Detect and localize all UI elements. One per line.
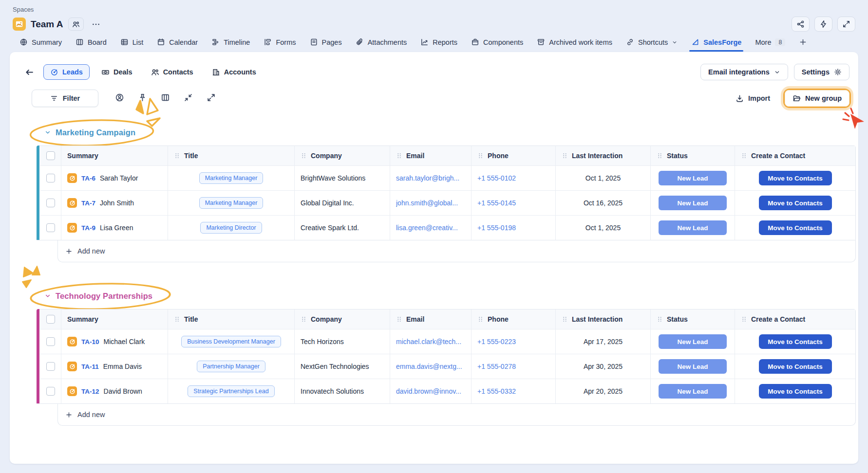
email-link[interactable]: john.smith@global... [396, 199, 458, 207]
toolbar-expand-button[interactable] [207, 93, 216, 104]
email-link[interactable]: emma.davis@nextg... [396, 363, 462, 370]
column-header-company[interactable]: Company [295, 146, 390, 165]
new-group-button[interactable]: New group [785, 90, 849, 107]
toolbar-pin-button[interactable] [138, 93, 147, 104]
move-to-contacts-button[interactable]: Move to Contacts [759, 196, 832, 210]
toolbar-columns-button[interactable] [161, 93, 170, 104]
column-header-last-interaction[interactable]: Last Interaction [556, 146, 651, 165]
breadcrumb[interactable]: Spaces [13, 6, 855, 13]
phone-link[interactable]: +1 555-0198 [477, 224, 516, 232]
column-header-title[interactable]: Title [168, 146, 295, 165]
summary-cell[interactable]: TA-10Michael Clark [61, 329, 168, 354]
group-collapse-chevron-icon[interactable] [44, 292, 51, 299]
toolbar-collapse-button[interactable] [184, 93, 193, 104]
title-cell[interactable]: Marketing Director [168, 215, 295, 240]
settings-button[interactable]: Settings [794, 64, 849, 80]
title-cell[interactable]: Marketing Manager [168, 165, 295, 190]
tab-summary[interactable]: Summary [13, 38, 69, 52]
last-interaction-cell[interactable]: Apr 17, 2025 [556, 329, 651, 354]
add-new-row[interactable]: Add new [57, 404, 856, 426]
select-all-checkbox[interactable] [46, 315, 55, 324]
company-cell[interactable]: Creative Spark Ltd. [295, 215, 390, 240]
tab-more[interactable]: More8 [748, 38, 792, 52]
phone-link[interactable]: +1 555-0223 [477, 338, 516, 346]
tab-board[interactable]: Board [69, 38, 113, 52]
phone-link[interactable]: +1 555-0332 [477, 387, 516, 395]
summary-cell[interactable]: TA-11Emma Davis [61, 354, 168, 379]
tab-reports[interactable]: Reports [414, 38, 464, 52]
status-button[interactable]: New Lead [659, 196, 727, 210]
tab-forms[interactable]: Forms [257, 38, 302, 52]
topbar-share-button[interactable] [792, 17, 810, 32]
column-header-last-interaction[interactable]: Last Interaction [556, 309, 651, 329]
title-cell[interactable]: Partnership Manager [168, 354, 295, 379]
last-interaction-cell[interactable]: Oct 16, 2025 [556, 190, 651, 215]
back-button[interactable] [22, 65, 37, 79]
tab-components[interactable]: Components [464, 38, 530, 52]
status-button[interactable]: New Lead [659, 171, 727, 185]
crm-tab-accounts[interactable]: Accounts [205, 64, 263, 80]
crm-tab-contacts[interactable]: Contacts [144, 64, 200, 80]
tab-pages[interactable]: Pages [303, 38, 349, 52]
last-interaction-cell[interactable]: Oct 1, 2025 [556, 215, 651, 240]
row-checkbox[interactable] [46, 199, 55, 207]
move-to-contacts-button[interactable]: Move to Contacts [759, 384, 832, 399]
share-members-button[interactable] [68, 18, 84, 31]
row-checkbox[interactable] [46, 174, 55, 182]
crm-tab-deals[interactable]: Deals [94, 64, 139, 80]
tab-calendar[interactable]: Calendar [150, 38, 205, 52]
column-header-create-a-contact[interactable]: Create a Contact [735, 146, 855, 165]
summary-cell[interactable]: TA-12David Brown [61, 379, 168, 403]
tab-list[interactable]: List [113, 38, 151, 52]
tab-archived-work-items[interactable]: Archived work items [530, 38, 619, 52]
move-to-contacts-button[interactable]: Move to Contacts [759, 220, 832, 235]
column-header-status[interactable]: Status [651, 309, 735, 329]
group-header[interactable]: Technology Partnerships [40, 289, 156, 303]
last-interaction-cell[interactable]: Apr 20, 2025 [556, 379, 651, 403]
tab-attachments[interactable]: Attachments [349, 38, 414, 52]
row-checkbox[interactable] [46, 223, 55, 232]
column-header-summary[interactable]: Summary [61, 309, 168, 329]
tab-timeline[interactable]: Timeline [205, 38, 257, 52]
row-checkbox[interactable] [46, 387, 55, 396]
add-new-row[interactable]: Add new [57, 240, 856, 262]
row-checkbox[interactable] [46, 337, 55, 346]
import-button[interactable]: Import [733, 94, 773, 103]
column-header-phone[interactable]: Phone [472, 146, 556, 165]
title-cell[interactable]: Business Development Manager [168, 329, 295, 354]
column-header-summary[interactable]: Summary [61, 146, 168, 165]
company-cell[interactable]: Global Digital Inc. [295, 190, 390, 215]
topbar-zap-button[interactable] [814, 17, 832, 32]
column-header-title[interactable]: Title [168, 309, 295, 329]
filter-button[interactable]: Filter [32, 90, 98, 107]
email-link[interactable]: david.brown@innov... [396, 387, 461, 395]
phone-link[interactable]: +1 555-0278 [477, 363, 516, 370]
summary-cell[interactable]: TA-6Sarah Taylor [61, 165, 168, 190]
column-header-company[interactable]: Company [295, 309, 390, 329]
group-header[interactable]: Marketing Campaign [40, 125, 139, 140]
column-header-status[interactable]: Status [651, 146, 735, 165]
group-collapse-chevron-icon[interactable] [44, 129, 51, 136]
column-header-email[interactable]: Email [390, 309, 472, 329]
last-interaction-cell[interactable]: Oct 1, 2025 [556, 165, 651, 190]
summary-cell[interactable]: TA-9Lisa Green [61, 215, 168, 240]
select-all-checkbox[interactable] [46, 151, 55, 160]
email-link[interactable]: michael.clark@tech... [396, 338, 461, 346]
email-integrations-button[interactable]: Email integrations [700, 64, 788, 80]
column-header-email[interactable]: Email [390, 146, 472, 165]
status-button[interactable]: New Lead [659, 384, 727, 399]
column-header-phone[interactable]: Phone [472, 309, 556, 329]
space-more-button[interactable] [89, 19, 103, 29]
status-button[interactable]: New Lead [659, 334, 727, 349]
move-to-contacts-button[interactable]: Move to Contacts [759, 334, 832, 349]
title-cell[interactable]: Strategic Partnerships Lead [168, 379, 295, 403]
status-button[interactable]: New Lead [659, 220, 727, 235]
company-cell[interactable]: Innovatech Solutions [295, 379, 390, 403]
title-cell[interactable]: Marketing Manager [168, 190, 295, 215]
phone-link[interactable]: +1 555-0145 [477, 199, 516, 207]
crm-tab-leads[interactable]: Leads [43, 64, 90, 80]
move-to-contacts-button[interactable]: Move to Contacts [759, 171, 832, 185]
summary-cell[interactable]: TA-7John Smith [61, 190, 168, 215]
column-header-create-a-contact[interactable]: Create a Contact [735, 309, 855, 329]
email-link[interactable]: sarah.taylor@brigh... [396, 174, 459, 182]
